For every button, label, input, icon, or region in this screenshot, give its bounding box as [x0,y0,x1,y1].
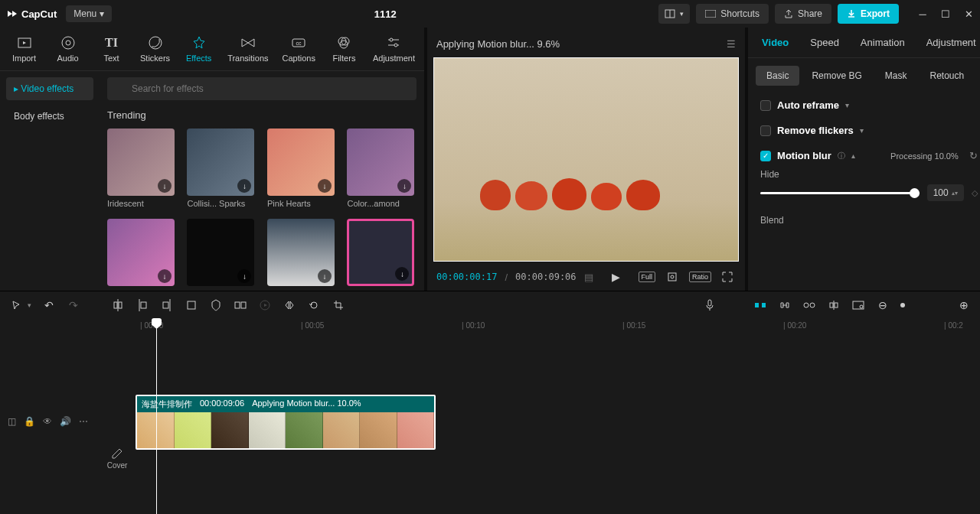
chevron-up-icon[interactable]: ▴ [851,151,855,160]
effect-color-diamond[interactable]: ↓Color...amond [347,128,416,208]
record-button[interactable] [258,298,272,312]
menu-button[interactable]: Menu ▾ [66,5,112,22]
snap-button[interactable] [234,298,247,312]
tab-speed[interactable]: Speed [799,28,850,57]
effect-horiz-open[interactable]: ↓Horiz... Open [187,219,256,291]
play-button[interactable]: ▶ [609,269,623,285]
section-title: Trending [107,109,416,121]
share-button[interactable]: Share [775,4,831,24]
shortcuts-button[interactable]: Shortcuts [696,4,769,24]
remove-flickers-checkbox[interactable] [760,125,771,136]
effect-iridescent[interactable]: ↓Iridescent [107,128,176,208]
svg-point-17 [671,275,674,278]
more-icon[interactable]: ⋯ [79,416,88,427]
nav-transitions[interactable]: Transitions [221,32,274,66]
motion-blur-checkbox[interactable]: ✓ [760,151,771,161]
tab-video[interactable]: Video [751,28,799,57]
chevron-down-icon[interactable]: ▾ [860,126,864,135]
magnet-on-button[interactable] [753,298,767,312]
effect-astral[interactable]: ↓Astral [107,219,176,291]
mute-icon[interactable]: 🔊 [60,416,71,427]
tab-adjustment[interactable]: Adjustment [916,28,980,57]
eye-icon[interactable]: 👁 [43,416,52,427]
nav-stickers[interactable]: Stickers [134,32,176,66]
tab-animation[interactable]: Animation [850,28,916,57]
layout-button[interactable]: ▾ [658,4,690,24]
nav-import[interactable]: Import [3,32,45,66]
subtab-remove-bg[interactable]: Remove BG [801,66,872,86]
mask-button[interactable] [209,298,223,312]
mirror-button[interactable] [283,298,296,312]
redo-button[interactable]: ↷ [67,298,80,312]
nav-filters[interactable]: Filters [323,32,365,66]
hide-slider[interactable] [760,192,920,194]
auto-reframe-checkbox[interactable] [760,100,771,111]
fullscreen-icon[interactable] [719,270,736,284]
crop-icon[interactable] [663,269,681,285]
lock-icon[interactable]: 🔒 [24,416,35,427]
nav-effects[interactable]: Effects [178,32,220,66]
effect-glowworm[interactable]: ↓Glowworm [267,219,336,291]
rotate-button[interactable] [307,298,321,312]
chevron-down-icon[interactable]: ▾ [845,101,849,109]
zoom-in-button[interactable]: ⊕ [957,298,971,312]
delete-right-button[interactable] [160,298,174,312]
export-button[interactable]: Export [838,4,899,24]
hide-value[interactable]: 100▴▾ [927,184,964,201]
cover-button[interactable]: Cover [103,402,131,514]
preview-menu-icon[interactable]: ☰ [727,38,736,50]
nav-captions[interactable]: ccCaptions [276,32,322,66]
close-button[interactable]: ✕ [963,8,974,19]
transitions-icon [240,35,256,50]
compare-icon[interactable]: ▤ [584,272,593,283]
playhead[interactable] [156,318,157,514]
timeline-ruler[interactable]: | 00:00 | 00:05 | 00:10 | 00:15 | 00:20 … [134,318,980,337]
info-icon[interactable]: ⓘ [838,151,845,161]
split-button[interactable] [111,298,125,312]
svg-rect-27 [241,302,246,308]
crop-tool-button[interactable] [332,298,345,312]
refresh-icon[interactable]: ↻ [969,150,978,161]
effects-icon [191,35,207,50]
effect-collision-sparks[interactable]: ↓Collisi... Sparks [187,128,256,208]
project-title: 1112 [121,8,649,20]
link2-button[interactable] [802,298,816,312]
nav-text[interactable]: TIText [90,32,132,66]
search-input[interactable] [107,77,416,100]
nav-audio[interactable]: Audio [47,32,89,66]
link-button[interactable] [778,298,792,312]
sidebar-body-effects[interactable]: Body effects [6,105,93,128]
video-clip[interactable]: 海盐牛排制作 00:00:09:06 Applying Motion blur.… [136,395,436,450]
full-button[interactable]: Full [639,272,656,282]
chevron-down-icon[interactable]: ▾ [28,301,31,309]
delete-left-button[interactable] [136,298,149,312]
minimize-button[interactable]: ─ [917,8,928,19]
hide-label: Hide [760,169,978,180]
keyframe-icon[interactable]: ◇ [972,188,978,198]
export-icon [847,9,856,18]
subtab-retouch[interactable]: Retouch [919,66,975,86]
chevron-down-icon: ▾ [680,10,684,18]
sidebar-video-effects[interactable]: ▸ Video effects [6,77,93,100]
subtab-mask[interactable]: Mask [874,66,918,86]
chevron-down-icon: ▾ [100,8,104,19]
zoom-out-button[interactable]: ⊖ [876,298,890,312]
align-button[interactable] [827,298,841,312]
tool-selection[interactable] [9,298,23,312]
keyboard-icon [705,10,716,18]
track-toggle-icon[interactable]: ◫ [8,416,16,427]
undo-button[interactable]: ↶ [42,298,56,312]
ratio-button[interactable]: Ratio [689,272,711,282]
preview-track-button[interactable] [851,298,865,312]
subtab-basic[interactable]: Basic [756,66,799,86]
effect-electro-border[interactable]: ↓Electro Border [347,219,416,291]
nav-adjustment[interactable]: Adjustment [367,32,421,66]
effect-pink-hearts[interactable]: ↓Pink Hearts [267,128,336,208]
crop-button[interactable] [185,298,198,312]
blend-label: Blend [760,215,978,226]
mic-button[interactable] [703,298,717,312]
maximize-button[interactable]: ☐ [940,8,951,19]
zoom-slider[interactable] [900,303,905,307]
svg-rect-16 [668,273,676,281]
preview-canvas[interactable] [433,57,739,262]
